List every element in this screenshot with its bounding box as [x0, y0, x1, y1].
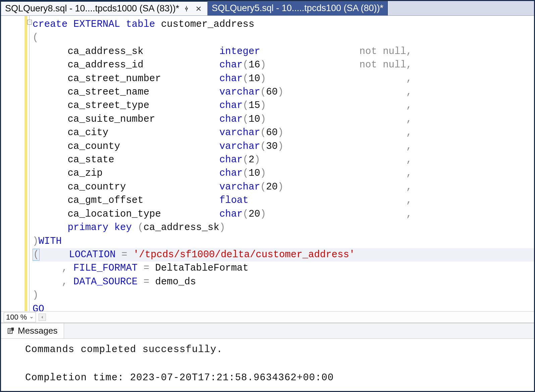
messages-line1: Commands completed successfully.	[25, 344, 223, 355]
code-content[interactable]: create EXTERNAL table customer_address (…	[32, 16, 534, 311]
messages-tab-strip: Messages	[1, 323, 534, 339]
zoom-bar: 100 %	[1, 311, 534, 323]
fold-toggle[interactable]: −	[27, 20, 32, 24]
messages-icon	[7, 327, 14, 335]
file-tab-bar: SQLQuery8.sql - 10....tpcds1000 (SA (83)…	[1, 1, 534, 16]
svg-rect-1	[12, 328, 14, 330]
zoom-value: 100 %	[6, 313, 27, 322]
scroll-left-button[interactable]	[39, 314, 46, 321]
editor-gutter: −	[1, 16, 32, 311]
file-tab-active[interactable]: SQLQuery8.sql - 10....tpcds1000 (SA (83)…	[1, 1, 208, 15]
modification-bar	[24, 16, 27, 311]
messages-body[interactable]: Commands completed successfully. Complet…	[1, 339, 534, 391]
file-tab-inactive-label: SQLQuery5.sql - 10.....tpcds100 (SA (80)…	[212, 3, 383, 13]
editor-area: − create EXTERNAL table customer_address…	[1, 16, 534, 391]
messages-line2: Completion time: 2023-07-20T17:21:58.963…	[25, 372, 334, 383]
code-editor[interactable]: − create EXTERNAL table customer_address…	[1, 16, 534, 311]
outline-line	[29, 16, 30, 311]
messages-panel: Messages Commands completed successfully…	[1, 323, 534, 391]
messages-tab[interactable]: Messages	[1, 323, 64, 338]
messages-tab-label: Messages	[18, 326, 58, 336]
pin-icon[interactable]	[182, 4, 191, 13]
chevron-down-icon	[30, 313, 34, 322]
file-tab-inactive[interactable]: SQLQuery5.sql - 10.....tpcds100 (SA (80)…	[208, 1, 388, 15]
zoom-select[interactable]: 100 %	[4, 312, 36, 322]
close-icon[interactable]	[194, 4, 203, 13]
file-tab-active-label: SQLQuery8.sql - 10....tpcds1000 (SA (83)…	[5, 3, 179, 14]
